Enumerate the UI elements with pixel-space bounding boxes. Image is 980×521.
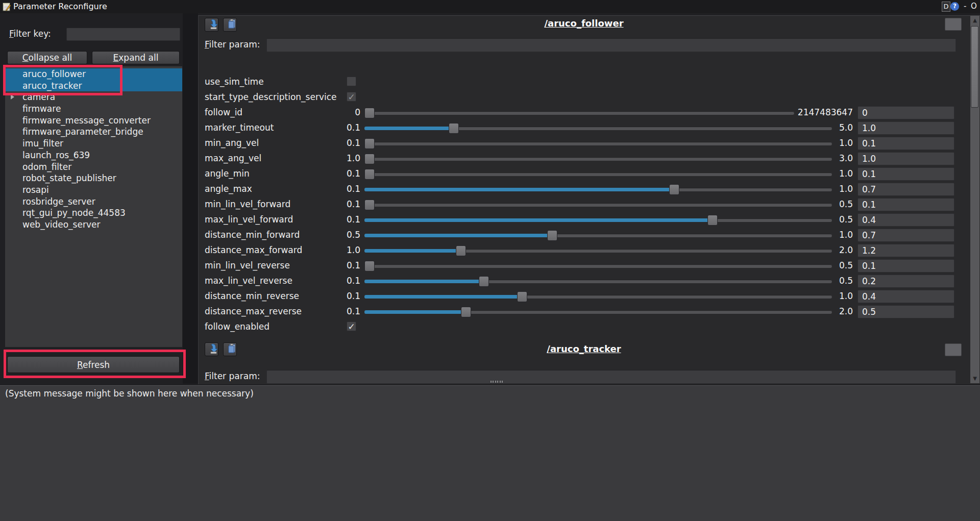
tree-item-imu_filter[interactable]: imu_filter [5,138,182,150]
horizontal-splitter-handle[interactable] [491,381,503,383]
param-slider-follow_id[interactable] [364,111,794,115]
slider-handle[interactable] [449,123,459,134]
param-value-input-angle_max[interactable] [857,183,954,196]
panel-title-aruco-tracker: /aruco_tracker [199,343,969,354]
filter-param-input-tracker[interactable] [266,370,956,384]
collapse-all-button[interactable]: Collapse all [7,51,87,64]
tree-item-aruco_tracker[interactable]: aruco_tracker [5,80,182,92]
param-value-input-min_lin_vel_reverse[interactable] [857,259,954,272]
node-tree[interactable]: aruco_followeraruco_trackercamerafirmwar… [5,66,182,347]
param-row-angle_max: angle_max0.11.0 [199,182,969,197]
slider-handle[interactable] [479,276,489,287]
param-min-value: 0.1 [258,306,360,316]
slider-handle[interactable] [547,230,557,241]
tree-item-label: rosapi [22,185,49,195]
param-value-input-distance_min_reverse[interactable] [857,290,954,303]
slider-handle[interactable] [364,138,375,149]
param-max-value: 0.5 [751,276,853,286]
param-row-min_ang_vel: min_ang_vel0.11.0 [199,136,969,151]
tree-item-camera[interactable]: camera [5,91,182,103]
window-titlebar: Parameter Reconfigure D ? - O [0,0,980,13]
param-row-angle_min: angle_min0.11.0 [199,166,969,182]
panel-close-button-aruco-tracker[interactable] [945,343,962,356]
tree-item-aruco_follower[interactable]: aruco_follower [5,68,182,80]
filter-key-label: Filter key: [9,29,51,39]
dock-button[interactable]: D [942,2,950,12]
slider-fill [364,295,522,299]
tree-item-label: aruco_follower [22,69,86,79]
slider-handle[interactable] [461,307,471,317]
param-max-value: 1.0 [751,138,853,148]
param-checkbox-follow_enabled[interactable]: ✓ [347,321,356,331]
slider-handle[interactable] [364,200,375,210]
tree-item-rosapi[interactable]: rosapi [5,184,182,196]
param-min-value: 1.0 [258,245,360,255]
tree-item-robot_state_publisher[interactable]: robot_state_publisher [5,172,182,184]
refresh-button[interactable]: Refresh [7,356,180,373]
tree-item-rosbridge_server[interactable]: rosbridge_server [5,196,182,208]
param-checkbox-start_type_description_service[interactable]: ✓ [347,92,356,102]
tree-item-launch_ros_639[interactable]: launch_ros_639 [5,150,182,161]
param-value-input-distance_min_forward[interactable] [857,229,954,242]
param-value-input-angle_min[interactable] [857,167,954,181]
param-value-input-min_lin_vel_forward[interactable] [857,198,954,211]
tree-item-rqt_gui_py_node_44583[interactable]: rqt_gui_py_node_44583 [5,207,182,219]
tree-item-firmware_parameter_bridge[interactable]: firmware_parameter_bridge [5,126,182,138]
tree-item-label: rqt_gui_py_node_44583 [22,208,126,218]
param-checkbox-use_sim_time[interactable] [347,77,356,86]
slider-handle[interactable] [456,245,466,256]
slider-fill [364,310,466,314]
tree-item-odom_filter[interactable]: odom_filter [5,161,182,173]
param-max-value: 1.0 [751,184,853,194]
slider-handle[interactable] [364,169,375,180]
param-label: max_ang_vel [205,153,261,163]
scrollbar-down-button[interactable]: ▼ [970,374,979,383]
param-value-input-min_ang_vel[interactable] [857,137,954,150]
slider-handle[interactable] [517,291,527,302]
minimize-button[interactable]: - [964,2,966,11]
tree-item-web_video_server[interactable]: web_video_server [5,219,182,231]
param-row-max_lin_vel_reverse: max_lin_vel_reverse0.10.5 [199,274,969,289]
param-value-input-marker_timeout[interactable] [857,121,954,135]
param-row-distance_min_forward: distance_min_forward0.51.0 [199,228,969,243]
param-label: min_ang_vel [205,138,259,148]
param-list-aruco-follower: use_sim_timestart_type_description_servi… [199,16,969,353]
tree-item-label: web_video_server [22,219,100,230]
scrollbar-up-button[interactable]: ▲ [970,16,979,25]
param-value-input-max_lin_vel_reverse[interactable] [857,275,954,288]
tree-item-label: firmware [22,104,61,114]
param-min-value: 0.1 [258,214,360,225]
param-min-value: 0 [258,107,360,117]
slider-handle[interactable] [364,154,375,164]
param-row-min_lin_vel_forward: min_lin_vel_forward0.10.5 [199,197,969,212]
slider-fill [364,188,674,191]
tree-item-label: imu_filter [22,138,63,148]
param-value-input-distance_max_forward[interactable] [857,244,954,257]
param-max-value: 0.5 [751,260,853,270]
scrollbar-thumb[interactable] [971,26,978,108]
slider-handle[interactable] [707,215,718,226]
tree-item-firmware[interactable]: firmware [5,103,182,115]
close-button[interactable]: O [971,2,977,11]
reconfigure-main-area: /aruco_follower Filter param: use_sim_ti… [198,15,980,384]
param-value-input-max_ang_vel[interactable] [857,152,954,165]
param-value-input-max_lin_vel_forward[interactable] [857,213,954,227]
param-row-follow_enabled: follow_enabled✓ [199,319,969,335]
filter-key-input[interactable] [66,28,180,41]
param-max-value: 5.0 [751,122,853,133]
expander-icon[interactable] [11,94,14,100]
expand-all-button[interactable]: Expand all [92,51,180,64]
param-row-distance_min_reverse: distance_min_reverse0.11.0 [199,289,969,304]
tree-item-firmware_message_converter[interactable]: firmware_message_converter [5,115,182,127]
slider-handle[interactable] [364,108,375,118]
parameter-reconfigure-window: Parameter Reconfigure D ? - O Filter key… [0,0,980,521]
tree-item-label: firmware_message_converter [22,115,151,126]
help-button[interactable]: ? [950,2,959,11]
app-notepad-icon [2,2,11,11]
param-value-input-distance_max_reverse[interactable] [857,305,954,318]
param-value-input-follow_id[interactable] [857,106,954,119]
vertical-scrollbar[interactable]: ▲ ▼ [970,16,979,383]
slider-handle[interactable] [669,184,679,195]
param-min-value: 0.1 [258,168,360,179]
slider-handle[interactable] [364,261,375,271]
